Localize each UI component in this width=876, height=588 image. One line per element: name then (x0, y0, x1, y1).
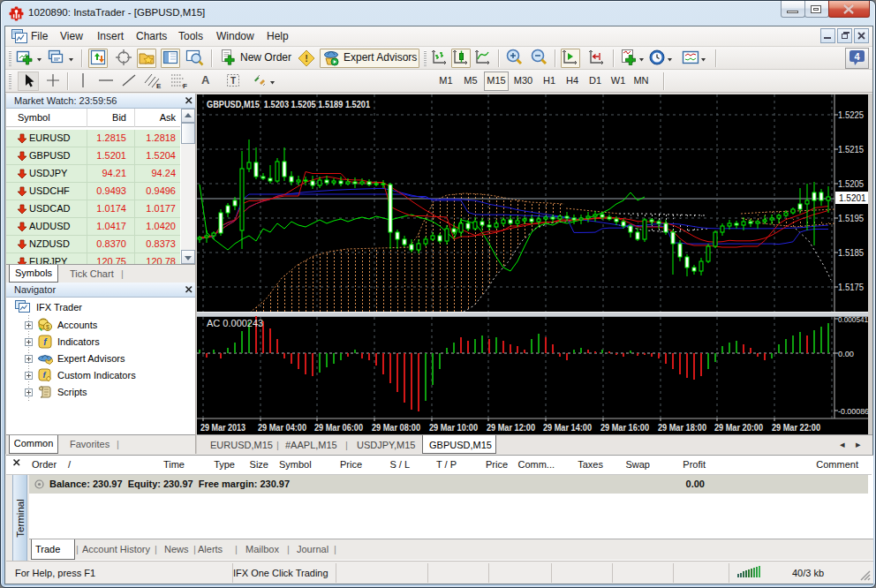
svg-text:!: ! (305, 53, 308, 64)
svg-text:1.5215: 1.5215 (838, 145, 864, 155)
svg-text:0.000541: 0.000541 (838, 314, 868, 324)
svg-text:GBPUSD,M15 1.5203 1.5205 1.51: GBPUSD,M15 1.5203 1.5205 1.5189 1.5201 (207, 99, 370, 109)
svg-text:AC 0.000243: AC 0.000243 (207, 318, 263, 328)
svg-text:1.5185: 1.5185 (838, 248, 864, 258)
svg-text:F: F (183, 82, 187, 90)
svg-text:29 Mar 20:00: 29 Mar 20:00 (714, 423, 763, 433)
svg-text:$: $ (46, 324, 49, 330)
svg-text:1.5225: 1.5225 (838, 110, 864, 120)
svg-text:29 Mar 14:00: 29 Mar 14:00 (543, 423, 592, 433)
svg-text:29 Mar 06:00: 29 Mar 06:00 (314, 423, 363, 433)
svg-text:29 Mar 08:00: 29 Mar 08:00 (372, 423, 420, 433)
svg-text:29 Mar 12:00: 29 Mar 12:00 (487, 423, 535, 433)
svg-text:1.5195: 1.5195 (838, 214, 864, 223)
svg-text:1.5201: 1.5201 (839, 193, 866, 203)
svg-text:29 Mar 04:00: 29 Mar 04:00 (258, 423, 306, 433)
svg-text:E: E (156, 82, 162, 90)
svg-text:29 Mar 18:00: 29 Mar 18:00 (658, 423, 706, 433)
svg-text:T: T (230, 76, 236, 86)
svg-text:1.5175: 1.5175 (838, 283, 864, 292)
svg-text:4: 4 (854, 51, 860, 62)
svg-text:29 Mar 2013: 29 Mar 2013 (200, 423, 245, 433)
svg-text:29 Mar 16:00: 29 Mar 16:00 (600, 423, 649, 433)
svg-text:29 Mar 22:00: 29 Mar 22:00 (772, 423, 820, 433)
svg-text:1.5205: 1.5205 (838, 179, 864, 189)
svg-text:29 Mar 10:00: 29 Mar 10:00 (429, 423, 478, 433)
svg-text:-0.00086: -0.00086 (838, 406, 868, 416)
svg-text:0.00: 0.00 (838, 349, 854, 358)
